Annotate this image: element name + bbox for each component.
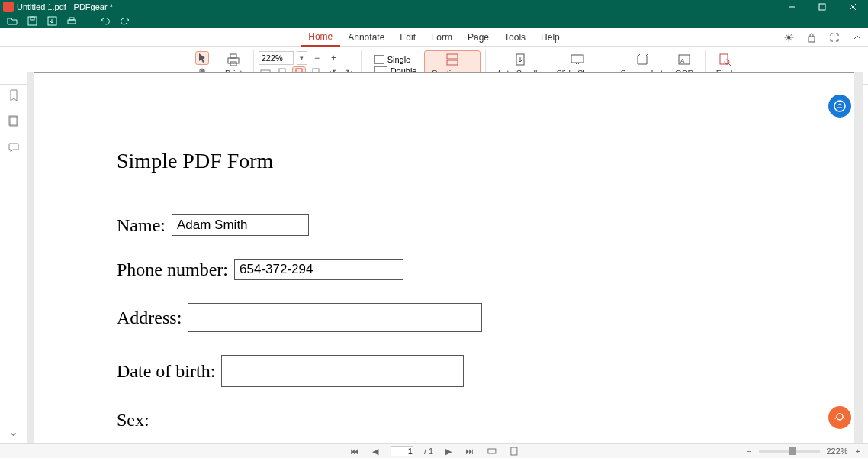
app-icon (3, 2, 14, 12)
print-quick-icon[interactable] (66, 15, 78, 27)
prev-page-icon[interactable]: ◀ (371, 447, 380, 456)
svg-rect-4 (28, 17, 37, 25)
svg-rect-10 (228, 58, 239, 63)
document-viewport[interactable]: Simple PDF Form Name: Phone number: Addr… (27, 72, 863, 443)
comments-icon[interactable] (6, 140, 21, 155)
window-title: Untitled 1.pdf - PDFgear * (17, 2, 113, 11)
svg-rect-18 (447, 60, 458, 65)
open-icon[interactable] (6, 15, 18, 27)
select-tool-icon[interactable] (195, 51, 209, 65)
quick-access-bar (0, 13, 868, 28)
theme-icon[interactable]: ☀ (783, 31, 795, 44)
nav-fit-width-icon[interactable] (486, 447, 498, 456)
page-total-label: / 1 (424, 447, 433, 456)
zoom-in-status-icon[interactable]: + (854, 447, 862, 456)
phone-label: Phone number: (117, 260, 228, 280)
bookmark-icon[interactable] (6, 88, 21, 103)
svg-rect-7 (68, 20, 76, 24)
svg-text:A: A (680, 57, 685, 64)
svg-rect-9 (809, 37, 815, 42)
zoom-in-icon[interactable]: + (327, 51, 341, 65)
next-page-icon[interactable]: ▶ (444, 447, 453, 456)
zoom-out-icon[interactable]: − (310, 51, 324, 65)
lock-icon[interactable] (805, 31, 818, 44)
svg-rect-23 (720, 54, 728, 64)
dob-label: Date of birth: (117, 361, 215, 382)
ai-assistant-button[interactable] (828, 95, 851, 118)
name-label: Name: (117, 215, 166, 236)
svg-rect-8 (69, 18, 74, 20)
menu-tabs: Home Annotate Edit Form Page Tools Help … (0, 28, 868, 47)
form-heading: Simple PDF Form (117, 149, 777, 173)
name-field[interactable] (172, 214, 309, 236)
status-bar: ⏮ ◀ / 1 ▶ ⏭ − 222% + (0, 443, 868, 458)
fullscreen-icon[interactable] (828, 31, 841, 44)
collapse-ribbon-icon[interactable] (851, 31, 863, 44)
tab-edit[interactable]: Edit (392, 30, 423, 46)
tab-annotate[interactable]: Annotate (340, 30, 392, 46)
address-field[interactable] (188, 303, 482, 332)
undo-icon[interactable] (99, 15, 111, 27)
minimize-button[interactable] (776, 0, 807, 13)
title-bar: Untitled 1.pdf - PDFgear * (0, 0, 868, 13)
zoom-slider[interactable] (759, 450, 820, 453)
save-as-icon[interactable] (46, 15, 58, 27)
pdf-page: Simple PDF Form Name: Phone number: Addr… (34, 72, 854, 443)
nav-fit-page-icon[interactable] (509, 447, 519, 456)
last-page-icon[interactable]: ⏭ (464, 447, 475, 456)
first-page-icon[interactable]: ⏮ (349, 447, 360, 456)
tab-help[interactable]: Help (533, 30, 567, 46)
zoom-status-label: 222% (826, 447, 847, 456)
page-number-input[interactable] (391, 446, 413, 456)
view-single-button[interactable]: Single (369, 54, 422, 65)
zoom-input[interactable] (259, 51, 294, 65)
zoom-dropdown-icon[interactable]: ▾ (297, 51, 307, 65)
sidebar-collapse-icon[interactable]: ⌄ (8, 424, 18, 439)
svg-rect-17 (447, 54, 458, 59)
redo-icon[interactable] (119, 15, 131, 27)
phone-field[interactable] (234, 259, 403, 280)
maximize-button[interactable] (807, 0, 837, 13)
svg-line-25 (728, 63, 731, 66)
svg-rect-1 (819, 4, 825, 10)
svg-rect-11 (230, 54, 236, 58)
dob-field[interactable] (221, 355, 464, 387)
support-button[interactable] (828, 406, 851, 429)
svg-point-28 (834, 101, 845, 111)
close-button[interactable] (837, 0, 868, 13)
save-icon[interactable] (26, 15, 38, 27)
tab-tools[interactable]: Tools (497, 30, 533, 46)
svg-rect-30 (488, 449, 496, 453)
tab-form[interactable]: Form (423, 30, 460, 46)
single-label: Single (387, 55, 411, 64)
left-sidebar: ⌄ (0, 85, 27, 443)
svg-rect-31 (511, 447, 517, 455)
tab-home[interactable]: Home (301, 29, 340, 47)
tab-page[interactable]: Page (460, 30, 497, 46)
svg-rect-20 (571, 55, 583, 63)
sex-label: Sex: (117, 410, 777, 431)
thumbnails-icon[interactable] (6, 114, 21, 129)
address-label: Address: (117, 308, 182, 328)
svg-point-29 (837, 414, 843, 420)
svg-rect-5 (31, 17, 34, 20)
zoom-out-status-icon[interactable]: − (745, 447, 753, 456)
